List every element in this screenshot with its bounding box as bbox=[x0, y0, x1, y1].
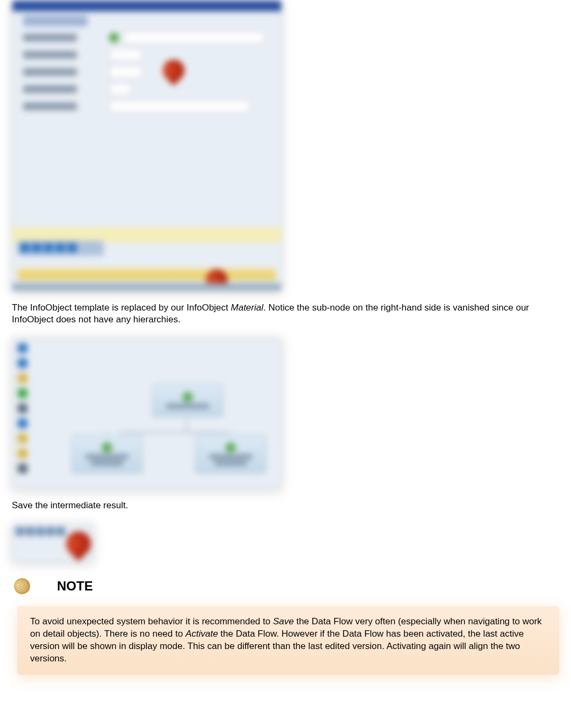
body-paragraph: Save the intermediate result. bbox=[12, 500, 559, 511]
note-icon bbox=[11, 575, 33, 597]
note-body: To avoid unexpected system behavior it i… bbox=[17, 606, 559, 675]
body-paragraph: The InfoObject template is replaced by o… bbox=[12, 302, 559, 326]
text-emphasis: Material bbox=[231, 302, 263, 313]
note-callout: NOTE To avoid unexpected system behavior… bbox=[12, 578, 559, 675]
text: To avoid unexpected system behavior it i… bbox=[30, 616, 273, 626]
text: The InfoObject template is replaced by o… bbox=[12, 302, 231, 313]
note-title: NOTE bbox=[57, 579, 93, 594]
text-emphasis: Save bbox=[273, 616, 294, 626]
text-emphasis: Activate bbox=[185, 629, 218, 639]
screenshot-infoobject-properties bbox=[12, 0, 282, 291]
screenshot-save-toolbar bbox=[12, 523, 94, 562]
screenshot-data-flow-diagram bbox=[12, 337, 282, 489]
